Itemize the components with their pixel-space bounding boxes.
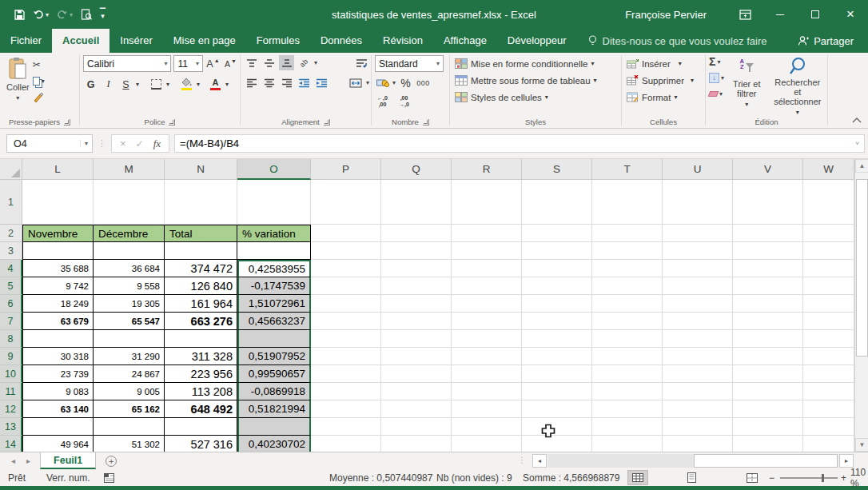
row-header-11[interactable]: 11: [0, 383, 22, 400]
clear-button[interactable]: ▾: [709, 87, 724, 100]
cell-P11[interactable]: [311, 383, 381, 400]
increase-font-icon[interactable]: A▲: [205, 56, 221, 71]
scroll-right-icon[interactable]: ▸: [839, 454, 854, 468]
cell-L4[interactable]: 35 688: [22, 260, 94, 277]
alignment-dialog-launcher[interactable]: [324, 119, 330, 125]
cell-T4[interactable]: [592, 260, 663, 277]
cell-W13[interactable]: [803, 418, 854, 436]
cell-T13[interactable]: [592, 418, 663, 436]
cell-N1[interactable]: [165, 180, 237, 225]
paste-button[interactable]: Coller▾: [3, 55, 33, 105]
cell-V3[interactable]: [733, 242, 803, 260]
cell-N10[interactable]: 223 956: [165, 365, 237, 383]
cell-S10[interactable]: [522, 365, 592, 383]
cell-V9[interactable]: [733, 348, 803, 365]
cell-R14[interactable]: [452, 436, 522, 452]
cell-R11[interactable]: [452, 383, 522, 400]
orientation-dropdown[interactable]: ▾: [314, 59, 317, 66]
status-average[interactable]: Moyenne : 0,507440987: [329, 469, 432, 486]
zoom-level[interactable]: 110 %: [850, 469, 868, 486]
cell-O9[interactable]: 0,51907952: [237, 348, 311, 365]
cell-U4[interactable]: [663, 260, 733, 277]
cell-V7[interactable]: [733, 313, 803, 330]
cell-M8[interactable]: [94, 330, 165, 348]
cell-N4[interactable]: 374 472: [165, 260, 237, 277]
increase-indent-icon[interactable]: [314, 75, 329, 90]
currency-icon[interactable]: [375, 75, 390, 90]
insert-cells-button[interactable]: Insérer▾: [627, 55, 703, 72]
cell-Q6[interactable]: [381, 295, 452, 313]
zoom-in-button[interactable]: +: [841, 469, 846, 486]
column-header-V[interactable]: V: [733, 159, 803, 180]
cell-N8[interactable]: [165, 330, 237, 348]
status-count[interactable]: Nb (non vides) : 9: [436, 469, 512, 486]
cell-U1[interactable]: [663, 180, 733, 225]
cell-R2[interactable]: [452, 225, 522, 242]
cell-N5[interactable]: 126 840: [165, 277, 237, 295]
name-box[interactable]: O4▾: [6, 134, 93, 153]
page-break-view-icon[interactable]: [742, 470, 762, 485]
cell-L13[interactable]: [22, 418, 94, 436]
cell-Q5[interactable]: [381, 277, 452, 295]
cell-W1[interactable]: [803, 180, 854, 225]
cell-U7[interactable]: [663, 313, 733, 330]
merge-center-dropdown[interactable]: ▾: [366, 79, 369, 86]
row-header-10[interactable]: 10: [0, 365, 22, 383]
cell-Q3[interactable]: [381, 242, 452, 260]
cell-W10[interactable]: [803, 365, 854, 383]
cell-Q10[interactable]: [381, 365, 452, 383]
align-right-icon[interactable]: [279, 75, 294, 90]
cell-L5[interactable]: 9 742: [22, 277, 94, 295]
tell-me-box[interactable]: Dites-nous ce que vous voulez faire: [577, 29, 778, 53]
cell-R1[interactable]: [452, 180, 522, 225]
underline-button[interactable]: S: [118, 77, 133, 92]
percent-icon[interactable]: %: [398, 75, 413, 90]
row-header-8[interactable]: 8: [0, 330, 22, 348]
share-button[interactable]: Partager: [798, 29, 868, 53]
cell-R13[interactable]: [452, 418, 522, 436]
cell-U6[interactable]: [663, 295, 733, 313]
column-header-R[interactable]: R: [452, 159, 522, 180]
cell-Q2[interactable]: [381, 225, 452, 242]
conditional-formatting-button[interactable]: Mise en forme conditionnelle▾: [455, 55, 619, 72]
insert-function-icon[interactable]: fx: [153, 137, 161, 150]
cell-P4[interactable]: [311, 260, 381, 277]
cell-T14[interactable]: [592, 436, 663, 452]
fill-color-icon[interactable]: [179, 77, 194, 92]
row-header-6[interactable]: 6: [0, 295, 22, 313]
prev-sheet-icon[interactable]: ◂: [11, 456, 15, 465]
align-left-icon[interactable]: [244, 75, 259, 90]
next-sheet-icon[interactable]: ▸: [26, 456, 30, 465]
cell-P9[interactable]: [311, 348, 381, 365]
bold-button[interactable]: G: [83, 77, 98, 92]
cell-S1[interactable]: [522, 180, 592, 225]
cell-P14[interactable]: [311, 436, 381, 452]
tab-developpeur[interactable]: Développeur: [497, 29, 577, 53]
tab-formules[interactable]: Formules: [246, 29, 310, 53]
format-as-table-button[interactable]: Mettre sous forme de tableau▾: [455, 72, 619, 89]
cell-O6[interactable]: 1,51072961: [237, 295, 311, 313]
close-button[interactable]: ×: [833, 0, 868, 29]
cell-W5[interactable]: [803, 277, 854, 295]
cancel-formula-icon[interactable]: ×: [120, 137, 126, 149]
cell-R12[interactable]: [452, 400, 522, 418]
customize-qat-icon[interactable]: ▔▾: [100, 10, 106, 18]
enter-formula-icon[interactable]: ✓: [136, 138, 144, 149]
cell-R5[interactable]: [452, 277, 522, 295]
cell-M4[interactable]: 36 684: [94, 260, 165, 277]
cell-S14[interactable]: [522, 436, 592, 452]
cell-O10[interactable]: 0,99590657: [237, 365, 311, 383]
cell-V5[interactable]: [733, 277, 803, 295]
cell-T9[interactable]: [592, 348, 663, 365]
cut-button[interactable]: ✂: [33, 58, 45, 71]
cell-L6[interactable]: 18 249: [22, 295, 94, 313]
find-select-button[interactable]: Rechercher et sélectionner▾: [770, 55, 826, 119]
cell-V6[interactable]: [733, 295, 803, 313]
tab-affichage[interactable]: Affichage: [433, 29, 497, 53]
cell-L7[interactable]: 63 679: [22, 313, 94, 330]
cell-O3[interactable]: [237, 242, 311, 260]
normal-view-icon[interactable]: [627, 470, 648, 485]
column-header-M[interactable]: M: [94, 159, 165, 180]
increase-decimal-icon[interactable]: ←,0,00: [375, 94, 390, 109]
tab-accueil[interactable]: Accueil: [52, 29, 109, 53]
